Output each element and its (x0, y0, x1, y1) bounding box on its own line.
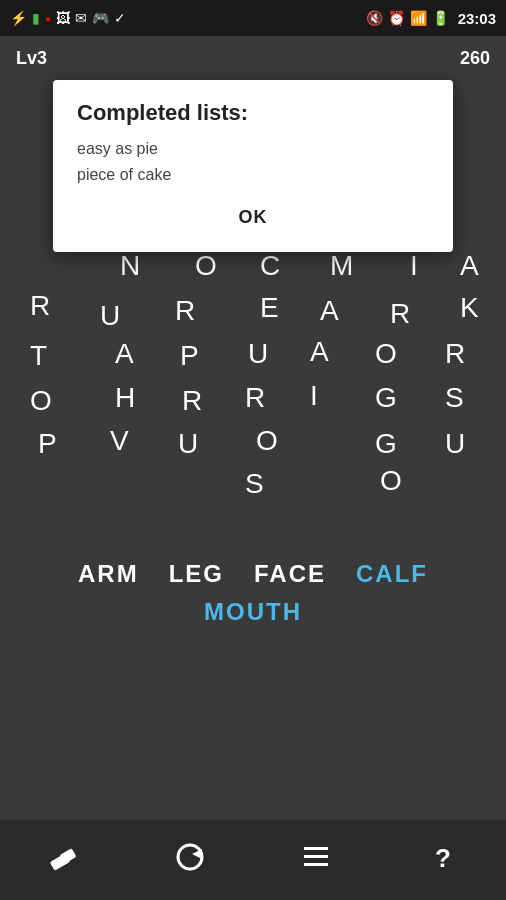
found-words: ARMLEGFACECALFMOUTH (0, 560, 506, 626)
grid-letter: O (256, 425, 278, 457)
status-icons-left: ⚡ ▮ ● 🖼 ✉ 🎮 ✓ (10, 10, 126, 26)
level-display: Lv3 (16, 48, 47, 69)
grid-letter: P (180, 340, 199, 372)
status-icons-right: 🔇 ⏰ 📶 🔋 23:03 (366, 10, 496, 27)
grid-letter: M (330, 250, 353, 282)
grid-letter: R (30, 290, 50, 322)
refresh-icon (174, 841, 206, 873)
eraser-button[interactable] (37, 831, 89, 890)
grid-letter: N (120, 250, 140, 282)
refresh-button[interactable] (164, 831, 216, 890)
grid-letter: O (195, 250, 217, 282)
grid-letter: C (260, 250, 280, 282)
found-word-leg: LEG (169, 560, 224, 588)
grid-letter: U (100, 300, 120, 332)
game-icon: 🎮 (92, 10, 109, 26)
found-word-mouth: MOUTH (204, 598, 302, 626)
grid-letter: S (245, 468, 264, 500)
grid-letter: E (260, 292, 279, 324)
grid-letter: G (375, 428, 397, 460)
svg-text:?: ? (435, 843, 451, 873)
ok-button[interactable]: OK (219, 203, 288, 232)
letter-grid: NOCMIARUREARKTAPUAOROHRRIGSPVUOGUSO (0, 250, 506, 570)
grid-letter: A (310, 336, 329, 368)
game-header: Lv3 260 (0, 36, 506, 80)
image-icon: 🖼 (56, 10, 70, 26)
grid-letter: A (320, 295, 339, 327)
grid-letter: P (38, 428, 57, 460)
mute-icon: 🔇 (366, 10, 383, 26)
grid-letter: R (182, 385, 202, 417)
grid-letter: S (445, 382, 464, 414)
completed-dialog: Completed lists: easy as pie piece of ca… (53, 80, 453, 252)
eraser-icon (47, 841, 79, 873)
found-word-arm: ARM (78, 560, 139, 588)
alarm-icon: ⏰ (388, 10, 405, 26)
dialog-body: easy as pie piece of cake (77, 136, 429, 187)
grid-letter: H (115, 382, 135, 414)
grid-letter: G (375, 382, 397, 414)
list-button[interactable] (290, 831, 342, 890)
grid-letter: A (460, 250, 479, 282)
time-display: 23:03 (458, 10, 496, 27)
grid-letter: I (310, 380, 318, 412)
grid-letter: O (380, 465, 402, 497)
grid-letter: U (178, 428, 198, 460)
help-icon: ? (427, 841, 459, 873)
svg-marker-2 (192, 849, 202, 859)
grid-letter: O (375, 338, 397, 370)
grid-letter: R (175, 295, 195, 327)
grid-letter: A (115, 338, 134, 370)
dialog-list-item-2: piece of cake (77, 162, 429, 188)
status-bar: ⚡ ▮ ● 🖼 ✉ 🎮 ✓ 🔇 ⏰ 📶 🔋 23:03 (0, 0, 506, 36)
signal-icon: 📶 (410, 10, 427, 26)
help-button[interactable]: ? (417, 831, 469, 890)
svg-rect-5 (304, 863, 328, 866)
grid-letter: O (30, 385, 52, 417)
bottom-toolbar: ? (0, 820, 506, 900)
usb-icon: ⚡ (10, 10, 27, 26)
svg-rect-3 (304, 847, 328, 850)
battery-icon: ▮ (32, 10, 40, 26)
check-icon: ✓ (114, 10, 126, 26)
dialog-ok-row: OK (77, 203, 429, 232)
grid-letter: K (460, 292, 479, 324)
grid-letter: U (445, 428, 465, 460)
grid-letter: R (445, 338, 465, 370)
grid-letter: V (110, 425, 129, 457)
grid-letter: R (245, 382, 265, 414)
grid-letter: I (410, 250, 418, 282)
dialog-list-item-1: easy as pie (77, 136, 429, 162)
battery-full-icon: 🔋 (432, 10, 449, 26)
gmail-icon: ✉ (75, 10, 87, 26)
list-icon (300, 841, 332, 873)
dialog-title: Completed lists: (77, 100, 429, 126)
grid-letter: U (248, 338, 268, 370)
grid-letter: R (390, 298, 410, 330)
score-display: 260 (460, 48, 490, 69)
grid-letter: T (30, 340, 47, 372)
svg-rect-4 (304, 855, 328, 858)
dot-icon: ● (45, 13, 51, 24)
found-word-face: FACE (254, 560, 326, 588)
found-word-calf: CALF (356, 560, 428, 588)
